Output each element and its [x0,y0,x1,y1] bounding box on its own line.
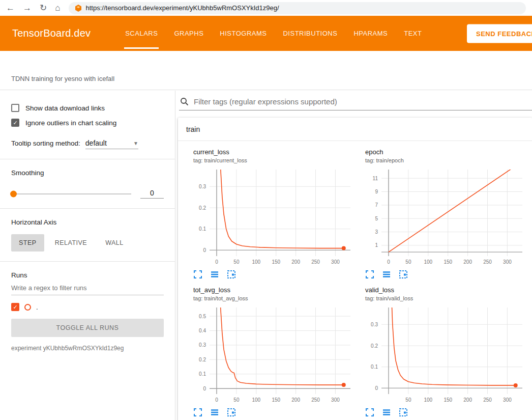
divider [0,261,175,262]
log-scale-icon[interactable] [382,270,391,279]
log-scale-icon[interactable] [210,408,219,417]
fit-domain-icon[interactable] [399,408,408,417]
fit-domain-icon[interactable] [399,270,408,279]
svg-text:0: 0 [203,247,206,253]
chart-toolbar [358,408,526,417]
ignore-outliers-checkbox[interactable] [11,119,19,127]
tab-text[interactable]: TEXT [396,16,430,51]
tensorboard-favicon [75,5,82,12]
run-checkbox[interactable] [11,303,19,311]
tab-scalars[interactable]: SCALARS [117,16,166,51]
show-download-links-row[interactable]: Show data download links [11,104,164,112]
reload-icon[interactable]: ↻ [40,4,47,12]
chart-block-valid-loss: valid_loss tag: train/valid_loss 00.10.2… [358,286,526,417]
axis-wall-button[interactable]: WALL [98,234,131,251]
fullscreen-icon[interactable] [193,270,202,279]
svg-text:300: 300 [503,397,512,403]
fullscreen-icon[interactable] [365,408,374,417]
svg-text:300: 300 [331,397,340,403]
svg-text:50: 50 [405,397,411,403]
svg-text:0.3: 0.3 [371,322,378,327]
tab-histograms[interactable]: HISTOGRAMS [212,16,275,51]
back-icon[interactable]: ← [6,4,15,12]
fullscreen-icon[interactable] [193,408,202,417]
chart-toolbar [358,270,526,279]
svg-text:0.2: 0.2 [199,357,206,362]
address-bar[interactable]: https://tensorboard.dev/experiment/yKUbh… [69,2,526,14]
chart-title: tot_avg_loss [186,286,354,294]
run-color-icon [24,304,31,311]
run-row[interactable]: . [11,303,164,311]
toggle-all-runs-button[interactable]: TOGGLE ALL RUNS [11,319,164,337]
svg-text:0: 0 [215,397,218,403]
runs-label: Runs [11,271,164,279]
tab-hparams[interactable]: HPARAMS [345,16,396,51]
svg-text:0.2: 0.2 [199,205,206,211]
experiment-header: TDNN training for yesno with icefall [0,51,532,90]
svg-text:200: 200 [463,259,472,265]
svg-text:0.3: 0.3 [199,342,206,348]
chart-block-tot-avg-loss: tot_avg_loss tag: train/tot_avg_loss 00.… [186,286,354,417]
svg-text:0.5: 0.5 [199,314,206,319]
ignore-outliers-row[interactable]: Ignore outliers in chart scaling [11,119,164,127]
filter-tags-input[interactable] [194,97,531,106]
fit-domain-icon[interactable] [227,408,236,417]
tooltip-sorting-dropdown[interactable]: default ▼ [85,139,138,149]
chart-current-loss[interactable]: 00.10.20.3050100150200250300 [186,166,354,268]
smoothing-slider-thumb[interactable] [10,190,17,197]
tab-distributions[interactable]: DISTRIBUTIONS [275,16,345,51]
svg-text:250: 250 [311,397,320,403]
chart-tag: tag: train/tot_avg_loss [186,295,354,301]
main-content: train current_loss tag: train/current_lo… [176,91,532,420]
svg-text:150: 150 [444,397,452,403]
show-download-links-checkbox[interactable] [11,104,19,112]
svg-text:200: 200 [291,259,300,265]
svg-text:11: 11 [373,176,378,181]
svg-text:0: 0 [203,386,206,391]
url-text[interactable]: https://tensorboard.dev/experiment/yKUbh… [86,4,279,12]
chart-valid-loss[interactable]: 00.10.20.350100150200250300 [358,304,526,406]
svg-text:300: 300 [503,259,512,265]
svg-text:200: 200 [463,397,472,403]
svg-text:50: 50 [233,397,240,403]
svg-text:100: 100 [424,259,432,265]
train-group-card: train current_loss tag: train/current_lo… [178,118,532,420]
svg-text:0: 0 [387,259,390,265]
svg-text:5: 5 [375,216,378,221]
smoothing-label: Smoothing [11,169,164,177]
home-icon[interactable]: ⌂ [55,4,60,12]
svg-text:0.1: 0.1 [371,364,378,370]
forward-icon[interactable]: → [23,4,32,12]
svg-text:0: 0 [215,259,218,265]
chart-epoch[interactable]: 1357911050100150200250300 [358,166,526,268]
smoothing-value[interactable]: 0 [140,189,164,199]
axis-step-button[interactable]: STEP [11,234,44,251]
svg-text:0.2: 0.2 [371,343,378,349]
tab-graphs[interactable]: GRAPHS [166,16,212,51]
svg-text:0.3: 0.3 [199,184,206,189]
chart-tot-avg-loss[interactable]: 00.10.20.30.40.5050100150200250300 [186,304,354,406]
log-scale-icon[interactable] [210,270,219,279]
brand-logo: TensorBoard.dev [12,27,91,39]
charts-grid: current_loss tag: train/current_loss 00.… [178,141,532,420]
chart-toolbar [186,270,354,279]
tooltip-sorting-label: Tooltip sorting method: [11,139,80,147]
svg-text:150: 150 [272,259,280,265]
runs-filter-input[interactable] [11,279,164,295]
fullscreen-icon[interactable] [365,270,374,279]
smoothing-control: 0 [11,189,164,199]
divider [0,208,175,209]
svg-text:9: 9 [375,189,378,194]
log-scale-icon[interactable] [382,408,391,417]
chart-block-epoch: epoch tag: train/epoch 13579110501001502… [358,148,526,279]
smoothing-slider[interactable] [11,193,131,194]
svg-text:300: 300 [331,259,340,265]
axis-relative-button[interactable]: RELATIVE [47,234,95,251]
horizontal-axis-buttons: STEP RELATIVE WALL [11,234,164,251]
filter-tags-row [179,95,532,110]
train-group-header[interactable]: train [178,118,532,141]
fit-domain-icon[interactable] [227,270,236,279]
svg-text:100: 100 [252,259,260,265]
send-feedback-button[interactable]: SEND FEEDBACK [467,24,532,43]
search-icon [180,97,189,106]
